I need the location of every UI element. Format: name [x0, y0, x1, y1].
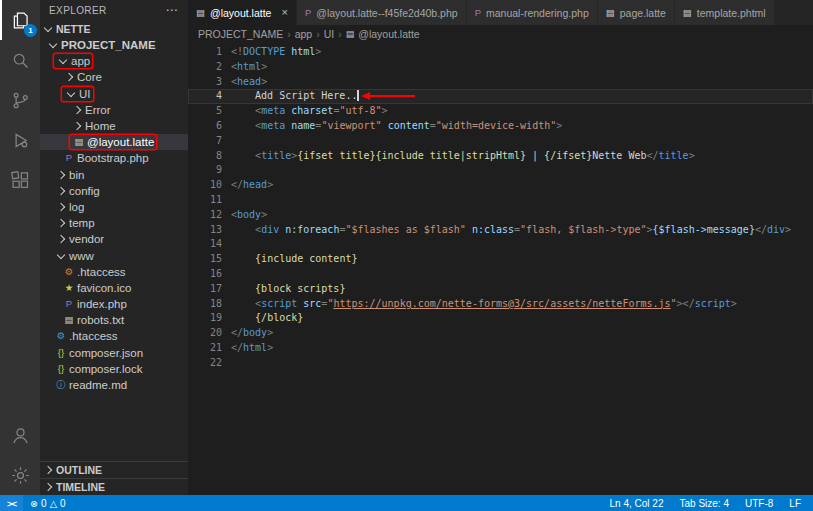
chevron-right-icon	[65, 73, 73, 81]
tree-item-temp[interactable]: temp	[40, 215, 188, 231]
workspace-section-header[interactable]: NETTE	[40, 20, 188, 37]
close-icon[interactable]: ×	[281, 7, 287, 18]
breadcrumb-item-UI[interactable]: UI	[324, 28, 335, 40]
tree-item-Error[interactable]: Error	[40, 102, 188, 118]
code-line-14[interactable]: 14	[188, 237, 813, 252]
tree-item-@layout.latte[interactable]: ▤@layout.latte	[40, 134, 188, 150]
tree-item-index.php[interactable]: Pindex.php	[40, 296, 188, 312]
tab-@layout.latte--f45fe2d40b.php[interactable]: P@layout.latte--f45fe2d40b.php	[297, 0, 467, 25]
remote-indicator[interactable]: ><	[0, 495, 23, 511]
code-line-6[interactable]: 6 <meta name="viewport" content="width=d…	[188, 119, 813, 134]
outline-section-header[interactable]: OUTLINE	[40, 461, 188, 478]
code-line-8[interactable]: 8 <title>{ifset title}{include title|str…	[188, 149, 813, 164]
status-item-Tab Size: 4[interactable]: Tab Size: 4	[680, 498, 729, 509]
tab-template.phtml[interactable]: ▤template.phtml	[675, 0, 775, 25]
code-line-22[interactable]: 22	[188, 356, 813, 371]
line-number: 19	[188, 311, 222, 326]
code-line-1[interactable]: 1<!DOCTYPE html>	[188, 45, 813, 60]
tree-item-robots.txt[interactable]: ▤robots.txt	[40, 312, 188, 328]
chevron-right-icon	[57, 187, 65, 195]
editor-area: ▤@layout.latte×P@layout.latte--f45fe2d40…	[188, 0, 813, 495]
line-number: 14	[188, 237, 222, 252]
code-line-5[interactable]: 5 <meta charset="utf-8">	[188, 104, 813, 119]
code-line-19[interactable]: 19 {/block}	[188, 311, 813, 326]
tree-item-PROJECT_NAME[interactable]: PROJECT_NAME	[40, 37, 188, 53]
line-number: 6	[188, 119, 222, 134]
annotation-arrow	[369, 95, 415, 97]
file-file-icon: ▤	[75, 137, 84, 147]
timeline-section-header[interactable]: TIMELINE	[40, 478, 188, 495]
code-line-20[interactable]: 20</body>	[188, 326, 813, 341]
tree-item-composer.lock[interactable]: {}composer.lock	[40, 361, 188, 377]
explorer-icon[interactable]: 1	[0, 0, 40, 40]
code-line-4[interactable]: 4 Add Script Here..	[188, 89, 813, 104]
tree-item-Home[interactable]: Home	[40, 118, 188, 134]
run-debug-icon[interactable]	[0, 120, 40, 160]
code-line-12[interactable]: 12<body>	[188, 208, 813, 223]
tree-item-label: temp	[68, 217, 95, 229]
tab-@layout.latte[interactable]: ▤@layout.latte×	[188, 0, 297, 25]
tree-item-bin[interactable]: bin	[40, 167, 188, 183]
breadcrumb-item-app[interactable]: app	[295, 28, 313, 40]
tree-item-Bootstrap.php[interactable]: PBootstrap.php	[40, 150, 188, 166]
tree-item-readme.md[interactable]: ⓘreadme.md	[40, 377, 188, 393]
line-number: 9	[188, 163, 222, 178]
tree-item-label: Core	[76, 71, 102, 83]
tree-item-vendor[interactable]: vendor	[40, 231, 188, 247]
code-line-2[interactable]: 2<html>	[188, 60, 813, 75]
line-number: 12	[188, 208, 222, 223]
problems-indicator[interactable]: ⊗ 0 △ 0	[23, 498, 72, 509]
php-file-icon: P	[475, 7, 481, 18]
tree-item-label: UI	[78, 88, 91, 100]
source-control-icon[interactable]	[0, 80, 40, 120]
chevron-right-icon	[73, 106, 81, 114]
tree-item-UI[interactable]: UI	[40, 86, 188, 102]
settings-gear-icon[interactable]	[0, 455, 40, 495]
line-number: 8	[188, 149, 222, 164]
code-line-17[interactable]: 17 {block scripts}	[188, 282, 813, 297]
status-right: Ln 4, Col 22Tab Size: 4UTF-8LF	[610, 498, 813, 509]
code-line-15[interactable]: 15 {include content}	[188, 252, 813, 267]
status-item-UTF-8[interactable]: UTF-8	[745, 498, 773, 509]
code-line-10[interactable]: 10</head>	[188, 178, 813, 193]
code-line-21[interactable]: 21</html>	[188, 341, 813, 356]
tree-item-composer.json[interactable]: {}composer.json	[40, 345, 188, 361]
code-line-7[interactable]: 7	[188, 134, 813, 149]
tree-item-app[interactable]: app	[40, 53, 188, 69]
code-line-11[interactable]: 11	[188, 193, 813, 208]
line-number: 3	[188, 75, 222, 90]
tree-item-.htaccess[interactable]: ⚙.htaccess	[40, 328, 188, 344]
chevron-right-icon	[44, 483, 52, 491]
status-item-Ln 4, Col 22[interactable]: Ln 4, Col 22	[610, 498, 664, 509]
code-line-13[interactable]: 13 <div n:foreach="$flashes as $flash" n…	[188, 223, 813, 238]
account-icon[interactable]	[0, 415, 40, 455]
tree-item-.htaccess[interactable]: ⚙.htaccess	[40, 264, 188, 280]
tree-item-label: vendor	[68, 233, 104, 245]
tree-item-www[interactable]: www	[40, 247, 188, 263]
code-line-18[interactable]: 18 <script src="https://unpkg.com/nette-…	[188, 297, 813, 312]
tree-item-log[interactable]: log	[40, 199, 188, 215]
workspace-name: NETTE	[56, 23, 90, 35]
tree-item-favicon.ico[interactable]: ★favicon.ico	[40, 280, 188, 296]
tab-manual-rendering.php[interactable]: Pmanual-rendering.php	[467, 0, 598, 25]
code-line-9[interactable]: 9	[188, 163, 813, 178]
gear-file-icon: ⚙	[57, 331, 66, 341]
status-item-LF[interactable]: LF	[789, 498, 801, 509]
search-icon[interactable]	[0, 40, 40, 80]
tree-item-label: favicon.ico	[76, 282, 131, 294]
code-line-16[interactable]: 16	[188, 267, 813, 282]
breadcrumb-item-@layout.latte[interactable]: @layout.latte	[358, 28, 419, 40]
code-line-3[interactable]: 3<head>	[188, 75, 813, 90]
tab-label: manual-rendering.php	[486, 7, 589, 19]
tab-page.latte[interactable]: ▤page.latte	[598, 0, 675, 25]
file-file-icon: ▤	[606, 7, 615, 18]
extensions-icon[interactable]	[0, 160, 40, 200]
code-area[interactable]: 1<!DOCTYPE html>2<html>3<head>4 Add Scri…	[188, 42, 813, 495]
breadcrumb-item-PROJECT_NAME[interactable]: PROJECT_NAME	[198, 28, 283, 40]
errors-icon: ⊗	[30, 498, 38, 509]
tree-item-Core[interactable]: Core	[40, 69, 188, 85]
tree-item-config[interactable]: config	[40, 183, 188, 199]
more-actions-icon[interactable]: ⋯	[166, 5, 178, 15]
chevron-down-icon	[49, 40, 57, 48]
chevron-right-icon	[44, 466, 52, 474]
